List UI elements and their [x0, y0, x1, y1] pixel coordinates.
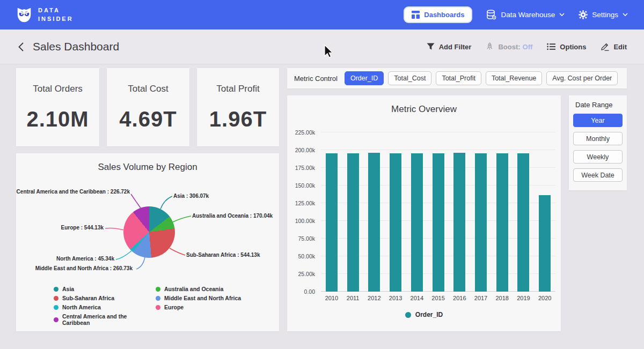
brand-logo[interactable]: DATA INSIDER [16, 6, 74, 24]
y-tick-label: 25.00k [298, 271, 315, 277]
bar-chart-title: Metric Overview [287, 104, 561, 115]
pie-legend-item[interactable]: Middle East and North Africa [156, 295, 258, 301]
legend-label: Middle East and North Africa [164, 295, 241, 301]
bar-column [385, 132, 406, 292]
pie-legend-item[interactable]: Central America and the Caribbean [54, 313, 156, 326]
database-icon [486, 10, 496, 20]
bar-2019[interactable] [517, 153, 529, 292]
bar-column [492, 132, 513, 292]
legend-label: Europe [164, 304, 184, 310]
bar-column [428, 132, 449, 292]
bar-column [406, 132, 428, 292]
data-warehouse-label: Data Warehouse [501, 11, 555, 19]
y-tick-label: 175.00k [295, 165, 315, 171]
x-tick-label: 2013 [385, 295, 406, 301]
metric-chip-avg-cost-per-order[interactable]: Avg. Cost per Order [546, 71, 618, 85]
x-tick-label: 2010 [321, 295, 342, 301]
settings-menu[interactable]: Settings [579, 10, 628, 19]
dashboards-label: Dashboards [424, 11, 464, 19]
x-tick-label: 2017 [470, 295, 492, 301]
x-tick-label: 2020 [534, 295, 555, 301]
bar-2010[interactable] [326, 153, 338, 292]
kpi-label: Total Profit [216, 84, 259, 94]
legend-swatch [54, 305, 58, 310]
edit-button[interactable]: Edit [601, 42, 627, 51]
settings-label: Settings [592, 11, 618, 19]
options-button[interactable]: Options [547, 43, 586, 51]
legend-swatch [156, 296, 160, 301]
bar-x-axis: 2010201120122013201420152016201720182019… [321, 295, 555, 301]
kpi-value: 1.96T [209, 107, 267, 131]
legend-swatch [54, 296, 58, 301]
date-range-year-button[interactable]: Year [573, 114, 623, 127]
y-tick-label: 75.00k [298, 235, 315, 242]
filter-funnel-icon [427, 43, 435, 50]
dashboard-grid-icon [412, 11, 420, 19]
boost-value: Off [523, 43, 533, 51]
pie-label-sub-saharan-africa: Sub-Saharan Africa : 544.13k [186, 252, 260, 258]
metric-overview-card: Metric Overview 0.0025.00k50.00k75.00k10… [287, 95, 561, 331]
bar-legend[interactable]: Order_ID [287, 311, 561, 318]
pie-chart[interactable] [123, 206, 175, 258]
date-range-monthly-button[interactable]: Monthly [573, 132, 623, 145]
legend-swatch [156, 287, 160, 292]
bar-2020[interactable] [539, 195, 551, 292]
bar-2017[interactable] [475, 153, 487, 292]
bar-2012[interactable] [368, 153, 380, 292]
metric-chip-total-cost[interactable]: Total_Cost [388, 71, 431, 85]
legend-swatch [54, 287, 58, 292]
bar-legend-label: Order_ID [415, 311, 443, 318]
metric-chip-total-revenue[interactable]: Total_Revenue [486, 71, 542, 85]
back-button[interactable] [17, 42, 24, 52]
bar-column [449, 132, 470, 292]
pencil-icon [601, 42, 609, 51]
y-tick-label: 200.00k [295, 147, 315, 153]
bar-2018[interactable] [496, 153, 508, 292]
x-tick-label: 2019 [513, 295, 535, 301]
y-tick-label: 100.00k [295, 218, 315, 224]
y-tick-label: 50.00k [298, 253, 315, 259]
pie-legend-item[interactable]: Australia and Oceania [156, 286, 258, 292]
y-tick-label: 125.00k [295, 200, 315, 206]
boost-label: Boost: [498, 43, 520, 51]
data-warehouse-menu[interactable]: Data Warehouse [486, 10, 565, 20]
chevron-left-icon [17, 42, 24, 52]
x-tick-label: 2012 [363, 295, 385, 301]
date-range-week-date-button[interactable]: Week Date [573, 168, 623, 182]
pie-chart-title: Sales Volume by Region [16, 162, 279, 173]
date-range-weekly-button[interactable]: Weekly [573, 150, 623, 164]
pie-label-europe: Europe : 544.13k [61, 225, 104, 231]
app-window: DATA INSIDER Dashboards [0, 0, 644, 349]
bar-column [470, 132, 492, 292]
pie-legend-item[interactable]: Sub-Saharan Africa [54, 295, 156, 301]
metric-chip-order-id[interactable]: Order_ID [345, 71, 384, 85]
brand-text: DATA INSIDER [38, 6, 74, 24]
bars-container [321, 132, 555, 292]
boost-toggle[interactable]: Boost: Off [486, 42, 532, 51]
pie-legend-item[interactable]: North America [54, 304, 156, 310]
legend-label: Sub-Saharan Africa [62, 295, 114, 301]
bar-2013[interactable] [390, 153, 401, 292]
bar-2014[interactable] [411, 153, 423, 292]
y-tick-label: 150.00k [295, 182, 315, 189]
metric-chip-total-profit[interactable]: Total_Profit [436, 71, 481, 85]
bar-2011[interactable] [347, 153, 359, 292]
bar-2016[interactable] [453, 153, 465, 292]
date-range-card: Date Range Year Monthly Weekly Week Date [569, 95, 627, 190]
y-tick-label: 225.00k [295, 129, 315, 136]
gear-icon [579, 10, 588, 19]
list-options-icon [547, 43, 555, 50]
x-tick-label: 2014 [406, 295, 428, 301]
bar-2015[interactable] [433, 153, 444, 292]
pie-legend-item[interactable]: Europe [156, 304, 258, 310]
bar-y-axis: 0.0025.00k50.00k75.00k100.00k125.00k150.… [287, 132, 315, 292]
x-tick-label: 2015 [428, 295, 449, 301]
x-tick-label: 2018 [492, 295, 513, 301]
x-tick-label: 2011 [342, 295, 364, 301]
dashboards-button[interactable]: Dashboards [404, 6, 472, 23]
add-filter-button[interactable]: Add Filter [427, 43, 472, 51]
bar-column [342, 132, 364, 292]
pie-legend-item[interactable]: Asia [54, 286, 156, 292]
chevron-down-icon [623, 13, 628, 17]
pie-label-middle-east-and-north-africa: Middle East and North Africa : 260.73k [35, 265, 133, 271]
